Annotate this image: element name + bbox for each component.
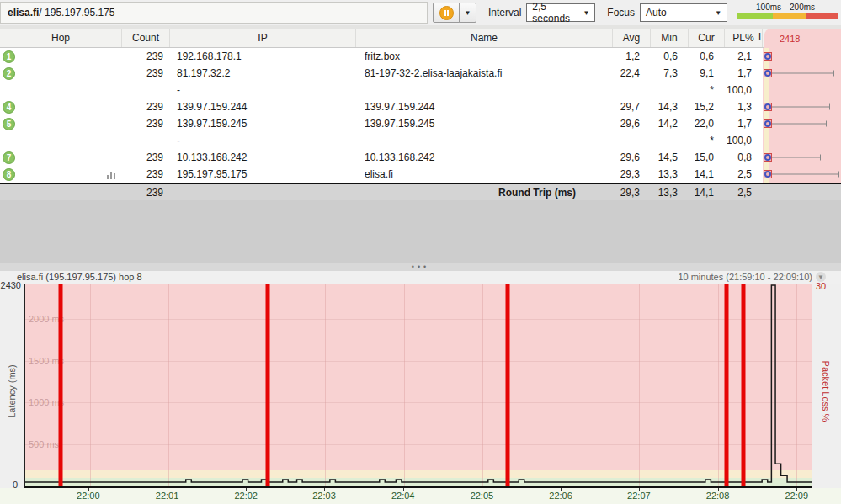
cur-cell: *: [689, 135, 725, 146]
col-header-name[interactable]: Name: [356, 29, 613, 47]
hop-cell: 4: [0, 98, 122, 115]
latency-graph-cell: [763, 166, 841, 183]
pause-dropdown-button[interactable]: ▼: [459, 3, 476, 23]
focus-label: Focus: [607, 7, 635, 19]
chart-title: elisa.fi (195.197.95.175) hop 8: [17, 272, 142, 282]
pingplotter-window: elisa.fi / 195.197.95.175 ▼ Interval 2,5…: [0, 0, 841, 504]
table-row[interactable]: 7 239 10.133.168.242 10.133.168.242 29,6…: [0, 149, 841, 166]
x-axis-pad-left: [0, 488, 24, 504]
latency-range-whisker: [772, 104, 830, 110]
table-row[interactable]: - * 100,0: [0, 82, 841, 98]
latency-graph-cell: [763, 115, 841, 132]
count-cell: 239: [122, 67, 170, 79]
y-axis-title: Latency (ms): [7, 356, 17, 427]
x-axis-pad-right: [812, 488, 841, 504]
pl-cell: 1,3: [725, 101, 763, 113]
col-header-count[interactable]: Count: [122, 29, 170, 47]
name-cell: 139.97.159.245: [356, 118, 613, 130]
x-axis-ticks: 22:0022:0122:0222:0322:0422:0522:0622:07…: [24, 488, 812, 504]
table-row[interactable]: 4 239 139.97.159.244 139.97.159.244 29,7…: [0, 98, 841, 115]
y-axis-min: 0: [13, 480, 18, 490]
hop-number-badge: 4: [3, 101, 15, 114]
time-range-selector[interactable]: 10 minutes (21:59:10 - 22:09:10) ▼: [678, 272, 826, 282]
x-axis-strip: 22:0022:0122:0222:0322:0422:0522:0622:07…: [0, 488, 841, 504]
avg-cell: 29,3: [613, 168, 651, 180]
latency-graph-cell: [763, 132, 841, 149]
hop-number-badge: 5: [3, 118, 15, 130]
y-axis-max: 2430: [1, 280, 21, 290]
packet-loss-bar: [59, 284, 63, 486]
x-tick-label: 22:00: [77, 491, 100, 501]
pause-button[interactable]: [433, 3, 460, 23]
cur-cell: 0,6: [689, 50, 725, 62]
x-tick-label: 22:03: [312, 491, 336, 501]
pl-cell: 1,7: [725, 67, 763, 79]
name-cell: 10.133.168.242: [356, 151, 613, 163]
foot-count: 239: [122, 187, 170, 199]
table-row[interactable]: 1 239 192.168.178.1 fritz.box 1,2 0,6 0,…: [0, 48, 841, 65]
latency-current-marker: [764, 170, 772, 178]
pl-cell: 100,0: [725, 135, 763, 146]
col-header-ip[interactable]: IP: [170, 29, 356, 47]
focus-select[interactable]: Auto ▼: [640, 3, 727, 22]
legend-bar: [737, 13, 838, 19]
hop-number-badge: 8: [3, 168, 15, 181]
interval-select[interactable]: 2,5 seconds ▼: [526, 3, 595, 22]
min-cell: 0,6: [651, 50, 689, 62]
col-header-hop[interactable]: Hop: [0, 29, 122, 47]
count-cell: 239: [122, 50, 170, 62]
col-header-min[interactable]: Min: [651, 29, 689, 47]
packet-loss-axis-max: 30: [816, 281, 826, 291]
legend-green-swatch: [737, 13, 773, 19]
focus-value: Auto: [646, 7, 667, 19]
count-cell: 239: [122, 118, 170, 130]
panel-splitter[interactable]: •••: [0, 263, 841, 271]
packet-loss-bar: [506, 284, 510, 486]
pl-cell: 1,7: [725, 118, 763, 130]
trace-table-body: 1 239 192.168.178.1 fritz.box 1,2 0,6 0,…: [0, 48, 841, 183]
ip-cell: 10.133.168.242: [170, 151, 356, 163]
chart-plot-area[interactable]: 2000 ms1500 ms1000 ms500 ms: [24, 284, 812, 488]
table-row[interactable]: 2 239 81.197.32.2 81-197-32-2.elisa-laaj…: [0, 65, 841, 82]
latency-trace-line: [25, 284, 812, 486]
latency-chart: 2430 0 Latency (ms) 2000 ms1500 ms1000 m…: [0, 284, 841, 488]
latency-graph-cell: [763, 149, 841, 166]
latency-color-legend: 100ms 200ms: [737, 2, 840, 24]
count-cell: 239: [122, 151, 170, 163]
table-row[interactable]: 8 239 195.197.95.175 elisa.fi 29,3 13,3 …: [0, 166, 841, 183]
left-axis: 2430 0 Latency (ms): [0, 284, 24, 488]
trace-control-group: ▼: [433, 3, 476, 23]
target-input[interactable]: elisa.fi / 195.197.95.175: [0, 2, 428, 24]
packet-loss-bar: [741, 284, 745, 486]
col-header-pl[interactable]: PL%: [725, 29, 763, 47]
latency-current-marker: [764, 119, 772, 128]
time-range-label: 10 minutes (21:59:10 - 22:09:10): [678, 272, 812, 282]
latency-range-whisker: [772, 172, 839, 178]
legend-100ms: 100ms: [756, 3, 781, 12]
avg-cell: 22,4: [613, 67, 651, 79]
x-tick-label: 22:08: [706, 491, 730, 501]
x-tick-label: 22:04: [391, 491, 415, 501]
min-cell: 14,3: [651, 101, 689, 113]
foot-avg: 29,3: [613, 187, 651, 199]
hop-cell: [0, 82, 122, 98]
ip-cell: 195.197.95.175: [170, 168, 356, 180]
cur-cell: 14,1: [689, 168, 725, 180]
col-header-cur[interactable]: Cur: [689, 29, 725, 47]
round-trip-summary-row: 239 Round Trip (ms) 29,3 13,3 14,1 2,5: [0, 183, 841, 200]
table-row[interactable]: - * 100,0: [0, 132, 841, 149]
col-header-avg[interactable]: Avg: [613, 29, 651, 47]
interval-label: Interval: [488, 7, 521, 19]
latency-current-marker: [764, 153, 772, 162]
legend-200ms: 200ms: [790, 3, 815, 12]
table-row[interactable]: 5 239 139.97.159.245 139.97.159.245 29,6…: [0, 115, 841, 132]
ip-cell: 139.97.159.244: [170, 101, 356, 113]
splitter-grip-icon: •••: [412, 265, 429, 269]
latency-graph-cell: [763, 48, 841, 65]
col-header-latency[interactable]: Latency 2418: [763, 29, 841, 47]
latency-graph-cell: [763, 98, 841, 115]
latency-graph-cell: [763, 82, 841, 98]
min-cell: 14,5: [651, 151, 689, 163]
legend-red-swatch: [806, 13, 838, 19]
x-tick-label: 22:07: [627, 491, 651, 501]
